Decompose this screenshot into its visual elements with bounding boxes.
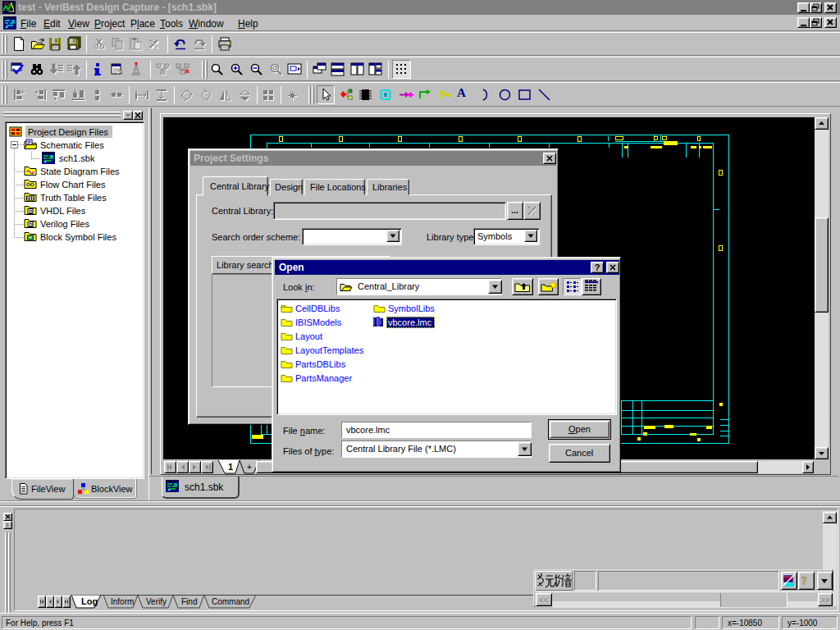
svg-text:Find: Find: [181, 597, 197, 606]
svg-text:Inform: Inform: [111, 597, 134, 606]
svg-text:Verify: Verify: [146, 597, 167, 606]
svg-text:D: D: [29, 222, 33, 227]
svg-text:1: 1: [228, 462, 233, 472]
svg-text:D: D: [29, 209, 33, 214]
svg-text:?: ?: [801, 575, 807, 587]
svg-text:Command: Command: [212, 597, 249, 606]
svg-text:Log: Log: [81, 596, 98, 606]
svg-text:+: +: [247, 463, 252, 472]
